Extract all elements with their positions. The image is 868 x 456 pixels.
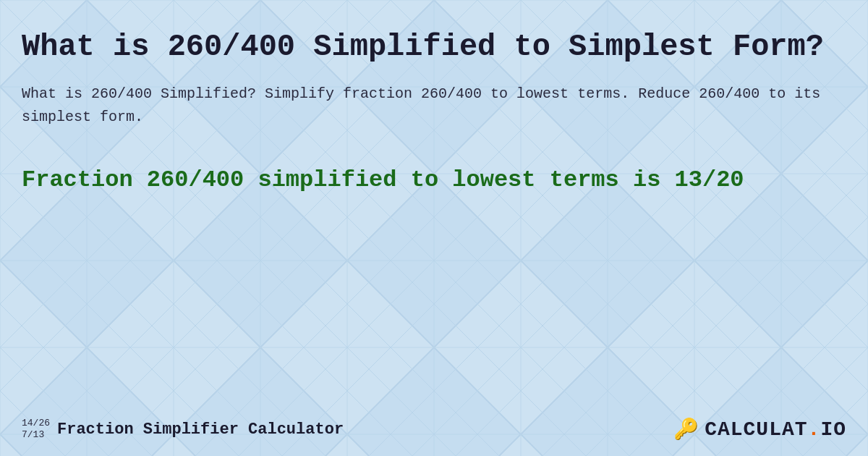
page-title: What is 260/400 Simplified to Simplest F… [22,29,846,65]
result-section: Fraction 260/400 simplified to lowest te… [22,165,846,195]
footer: 14/26 7/13 Fraction Simplifier Calculato… [0,417,868,442]
footer-fraction: 14/26 7/13 [22,418,50,440]
fraction-bottom: 7/13 [22,429,50,441]
footer-site-title: Fraction Simplifier Calculator [57,421,344,439]
page-description: What is 260/400 Simplified? Simplify fra… [22,83,846,129]
fraction-top: 14/26 [22,418,50,429]
result-text: Fraction 260/400 simplified to lowest te… [22,165,846,195]
logo-text: CALCULAT.IO [705,418,846,441]
logo-icon: 🔑 [673,417,699,442]
footer-logo: 🔑 CALCULAT.IO [673,417,846,442]
